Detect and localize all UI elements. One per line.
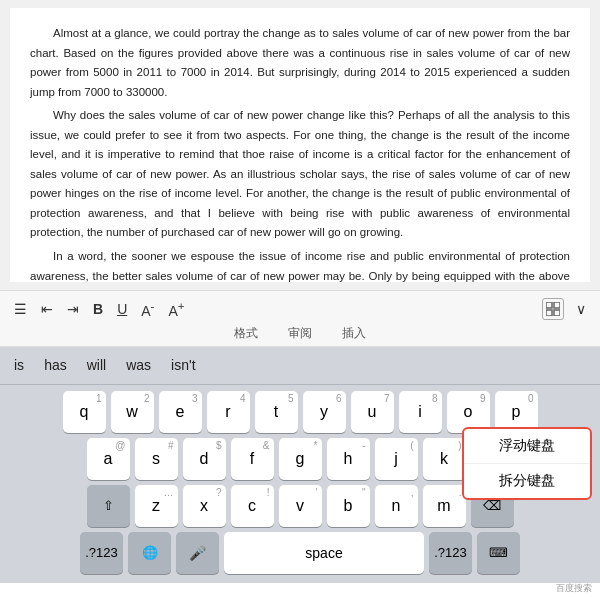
key-w[interactable]: 2w	[111, 391, 154, 433]
autocorrect-was[interactable]: was	[126, 357, 151, 373]
paragraph-3: In a word, the sooner we espouse the iss…	[30, 247, 570, 290]
key-c[interactable]: !c	[231, 485, 274, 527]
toolbar: ☰ ⇤ ⇥ B U A- A+ ∨ 格式 审阅 插入	[0, 290, 600, 347]
key-e[interactable]: 3e	[159, 391, 202, 433]
document-page: Almost at a glance, we could portray the…	[10, 8, 590, 282]
keyboard-row-4: .?123 🌐 🎤 space .?123 ⌨	[4, 532, 596, 574]
key-m[interactable]: .m	[423, 485, 466, 527]
watermark: 百度搜索	[556, 582, 592, 595]
key-z[interactable]: …z	[135, 485, 178, 527]
underline-btn[interactable]: U	[113, 299, 131, 319]
indent-left-btn[interactable]: ⇤	[37, 299, 57, 319]
svg-rect-1	[554, 302, 560, 308]
keyboard-area: 1q 2w 3e 4r 5t 6y 7u 8i 9o 0p @a #s $d &…	[0, 385, 600, 583]
key-t[interactable]: 5t	[255, 391, 298, 433]
toolbar-tabs: 格式 审阅 插入	[0, 323, 600, 344]
toolbar-row1: ☰ ⇤ ⇥ B U A- A+ ∨	[0, 295, 600, 323]
key-v[interactable]: 'v	[279, 485, 322, 527]
autocorrect-has[interactable]: has	[44, 357, 67, 373]
autocorrect-will[interactable]: will	[87, 357, 106, 373]
paragraph-2: Why does the sales volume of car of new …	[30, 106, 570, 243]
document-area: Almost at a glance, we could portray the…	[0, 0, 600, 290]
key-i[interactable]: 8i	[399, 391, 442, 433]
key-u[interactable]: 7u	[351, 391, 394, 433]
emoji-key[interactable]: 🌐	[128, 532, 171, 574]
float-keyboard-option[interactable]: 浮动键盘	[464, 429, 590, 464]
num-key-left[interactable]: .?123	[80, 532, 123, 574]
key-k[interactable]: )k	[423, 438, 466, 480]
indent-right-btn[interactable]: ⇥	[63, 299, 83, 319]
font-decrease-btn[interactable]: A-	[137, 297, 158, 321]
grid-icon[interactable]	[542, 298, 564, 320]
tab-format[interactable]: 格式	[234, 325, 258, 342]
svg-rect-2	[546, 310, 552, 316]
autocorrect-bar: is has will was isn't	[0, 347, 600, 385]
key-s[interactable]: #s	[135, 438, 178, 480]
key-q[interactable]: 1q	[63, 391, 106, 433]
autocorrect-is[interactable]: is	[14, 357, 24, 373]
key-x[interactable]: ?x	[183, 485, 226, 527]
space-key[interactable]: space	[224, 532, 424, 574]
paragraph-1: Almost at a glance, we could portray the…	[30, 24, 570, 102]
key-j[interactable]: (j	[375, 438, 418, 480]
key-f[interactable]: &f	[231, 438, 274, 480]
key-d[interactable]: $d	[183, 438, 226, 480]
key-a[interactable]: @a	[87, 438, 130, 480]
key-g[interactable]: *g	[279, 438, 322, 480]
font-increase-btn[interactable]: A+	[164, 297, 188, 321]
toolbar-right: ∨	[542, 298, 590, 320]
list-btn[interactable]: ☰	[10, 299, 31, 319]
tab-insert[interactable]: 插入	[342, 325, 366, 342]
bold-btn[interactable]: B	[89, 299, 107, 319]
keyboard-icon-key[interactable]: ⌨	[477, 532, 520, 574]
num-key-right[interactable]: .?123	[429, 532, 472, 574]
tab-review[interactable]: 审阅	[288, 325, 312, 342]
svg-rect-3	[554, 310, 560, 316]
mic-key[interactable]: 🎤	[176, 532, 219, 574]
autocorrect-isnt[interactable]: isn't	[171, 357, 195, 373]
context-menu: 浮动键盘 拆分键盘	[462, 427, 592, 500]
key-r[interactable]: 4r	[207, 391, 250, 433]
chevron-down-btn[interactable]: ∨	[572, 299, 590, 319]
split-keyboard-option[interactable]: 拆分键盘	[464, 464, 590, 498]
key-n[interactable]: ,n	[375, 485, 418, 527]
format-buttons: ☰ ⇤ ⇥ B U A- A+	[10, 297, 189, 321]
key-y[interactable]: 6y	[303, 391, 346, 433]
key-b[interactable]: "b	[327, 485, 370, 527]
shift-key[interactable]: ⇧	[87, 485, 130, 527]
key-h[interactable]: -h	[327, 438, 370, 480]
svg-rect-0	[546, 302, 552, 308]
